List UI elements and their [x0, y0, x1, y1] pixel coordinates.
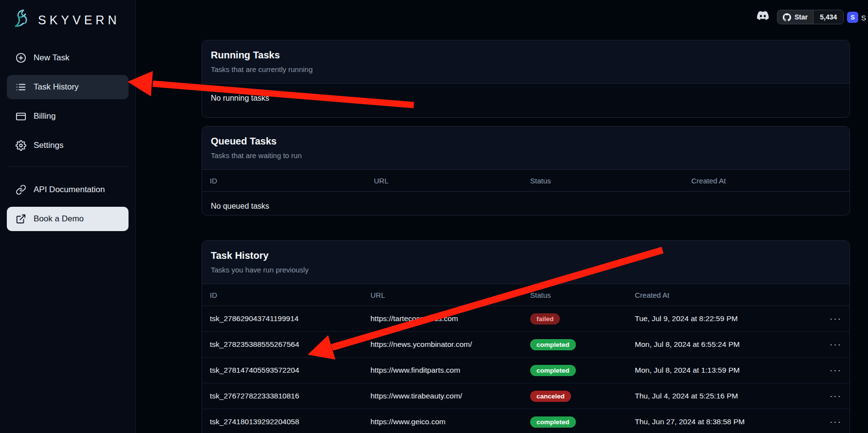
sidebar: SKYVERN New Task Task History Billing Se…: [0, 0, 136, 433]
brand-name: SKYVERN: [38, 13, 120, 27]
column-header-status: Status: [530, 177, 691, 185]
table-row[interactable]: tsk_274180139292204058 https://www.geico…: [202, 409, 850, 433]
avatar[interactable]: S: [847, 12, 858, 23]
queued-table-header: ID URL Status Created At: [202, 170, 850, 192]
running-tasks-card: Running Tasks Tasks that are currently r…: [202, 40, 850, 118]
task-id: tsk_278235388555267564: [210, 340, 370, 349]
sidebar-item-label: Book a Demo: [34, 214, 84, 224]
task-url: https://www.finditparts.com: [370, 366, 530, 375]
card-title: Task History: [211, 250, 841, 261]
sidebar-item-billing[interactable]: Billing: [7, 104, 129, 128]
task-url: https://news.ycombinator.com/: [370, 340, 530, 349]
card-subtitle: Tasks that are currently running: [211, 65, 841, 73]
task-created-at: Thu, Jul 4, 2024 at 5:25:16 PM: [635, 392, 814, 400]
sidebar-divider: [7, 166, 129, 167]
table-row[interactable]: tsk_278147405593572204 https://www.findi…: [202, 358, 850, 383]
task-url: https://tartecosmetics.com: [370, 314, 530, 323]
task-history-card: Task History Tasks you have run previous…: [202, 240, 850, 433]
sidebar-item-task-history[interactable]: Task History: [7, 75, 129, 99]
table-row[interactable]: tsk_278629043741199914 https://tartecosm…: [202, 306, 850, 332]
plus-circle-icon: [16, 53, 26, 63]
status-badge: completed: [530, 416, 576, 428]
column-header-url: URL: [370, 291, 530, 299]
user-name: S: [861, 14, 866, 22]
sidebar-item-settings[interactable]: Settings: [7, 133, 129, 158]
history-table-header: ID URL Status Created At: [202, 284, 850, 306]
column-header-created-at: Created At: [691, 177, 842, 185]
history-table-body: tsk_278629043741199914 https://tartecosm…: [202, 306, 850, 433]
brand: SKYVERN: [0, 0, 135, 39]
card-subtitle: Tasks that are waiting to run: [211, 151, 841, 160]
task-id: tsk_278629043741199914: [210, 314, 370, 323]
row-actions-button[interactable]: ···: [814, 416, 842, 427]
task-history-header: Task History Tasks you have run previous…: [202, 241, 850, 284]
sidebar-nav-secondary: API Documentation Book a Demo: [0, 171, 135, 231]
task-id: tsk_274180139292204058: [210, 417, 370, 426]
card-title: Queued Tasks: [211, 136, 841, 147]
external-link-icon: [16, 214, 26, 224]
row-actions-button[interactable]: ···: [814, 313, 842, 324]
task-id: tsk_278147405593572204: [210, 366, 370, 375]
row-actions-button[interactable]: ···: [814, 339, 842, 350]
table-row[interactable]: tsk_276727822333810816 https://www.tirab…: [202, 383, 850, 409]
sidebar-item-api-documentation[interactable]: API Documentation: [7, 178, 129, 202]
running-empty-state: No running tasks: [202, 84, 850, 113]
table-row[interactable]: tsk_278235388555267564 https://news.ycom…: [202, 332, 850, 358]
row-actions-button[interactable]: ···: [814, 391, 842, 401]
task-created-at: Thu, Jun 27, 2024 at 8:38:58 PM: [635, 417, 814, 426]
column-header-url: URL: [374, 177, 530, 185]
column-header-status: Status: [530, 291, 635, 299]
sidebar-nav-primary: New Task Task History Billing Settings: [0, 39, 135, 158]
running-tasks-header: Running Tasks Tasks that are currently r…: [202, 40, 850, 84]
list-icon: [16, 82, 26, 92]
github-star-button[interactable]: Star 5,434: [777, 10, 844, 24]
gear-icon: [16, 140, 26, 151]
sidebar-item-label: API Documentation: [34, 185, 105, 195]
sidebar-item-label: Task History: [34, 82, 79, 92]
row-actions-button[interactable]: ···: [814, 365, 842, 376]
sidebar-item-label: Settings: [34, 141, 63, 150]
column-header-id: ID: [210, 291, 370, 299]
status-badge: failed: [530, 313, 560, 325]
skyvern-logo-icon: [11, 8, 33, 32]
card-title: Running Tasks: [211, 50, 841, 61]
sidebar-item-label: New Task: [34, 53, 69, 63]
card-subtitle: Tasks you have run previously: [211, 266, 841, 274]
task-url: https://www.tirabeauty.com/: [370, 392, 530, 400]
github-star-label: Star: [794, 13, 808, 21]
column-header-created-at: Created At: [635, 291, 814, 299]
column-header-id: ID: [210, 177, 374, 185]
task-created-at: Mon, Jul 8, 2024 at 6:55:24 PM: [635, 340, 814, 349]
status-badge: completed: [530, 339, 576, 350]
github-star-count: 5,434: [813, 10, 843, 24]
queued-tasks-card: Queued Tasks Tasks that are waiting to r…: [202, 126, 850, 216]
github-icon: [783, 13, 791, 21]
discord-icon[interactable]: [756, 10, 770, 23]
queued-empty-state: No queued tasks: [202, 192, 850, 216]
task-id: tsk_276727822333810816: [210, 392, 370, 400]
sidebar-item-book-a-demo[interactable]: Book a Demo: [7, 207, 129, 231]
link-icon: [16, 184, 26, 195]
credit-card-icon: [16, 111, 26, 122]
sidebar-item-new-task[interactable]: New Task: [7, 46, 129, 70]
task-created-at: Mon, Jul 8, 2024 at 1:13:59 PM: [635, 366, 814, 375]
queued-tasks-header: Queued Tasks Tasks that are waiting to r…: [202, 126, 850, 170]
task-url: https://www.geico.com: [370, 417, 530, 426]
status-badge: completed: [530, 365, 576, 376]
sidebar-item-label: Billing: [34, 111, 55, 121]
task-created-at: Tue, Jul 9, 2024 at 8:22:59 PM: [635, 314, 814, 323]
status-badge: canceled: [530, 391, 571, 402]
